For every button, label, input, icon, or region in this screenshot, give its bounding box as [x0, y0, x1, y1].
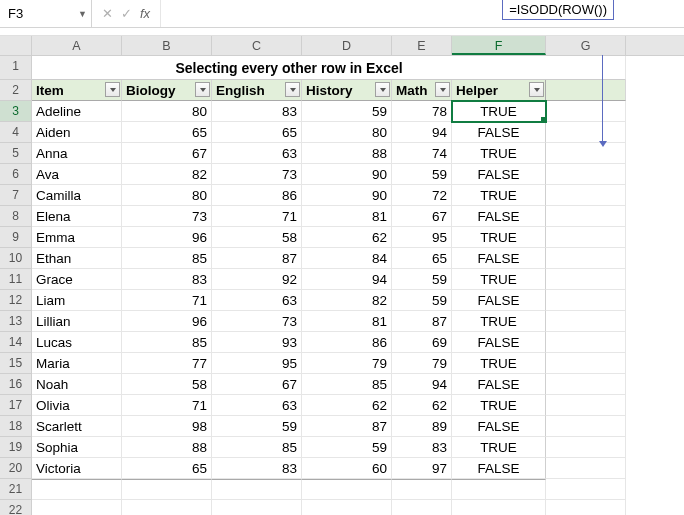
cell-G7[interactable] [546, 185, 626, 206]
cell-A22[interactable] [32, 500, 122, 515]
cell-G16[interactable] [546, 374, 626, 395]
cell-helper[interactable]: TRUE [452, 353, 546, 374]
cell-E21[interactable] [392, 479, 452, 500]
cell-G1[interactable] [546, 56, 626, 80]
row-header-19[interactable]: 19 [0, 437, 32, 458]
cell-biology[interactable]: 88 [122, 437, 212, 458]
cell-G4[interactable] [546, 122, 626, 143]
cell-biology[interactable]: 80 [122, 185, 212, 206]
header-english[interactable]: English [212, 80, 302, 101]
cell-C1[interactable] [212, 56, 302, 80]
cell-G20[interactable] [546, 458, 626, 479]
cell-A1[interactable] [32, 56, 122, 80]
cell-history[interactable]: 90 [302, 185, 392, 206]
cell-math[interactable]: 67 [392, 206, 452, 227]
row-header-11[interactable]: 11 [0, 269, 32, 290]
col-header-A[interactable]: A [32, 36, 122, 55]
cell-item[interactable]: Scarlett [32, 416, 122, 437]
cell-G15[interactable] [546, 353, 626, 374]
row-header-7[interactable]: 7 [0, 185, 32, 206]
col-header-B[interactable]: B [122, 36, 212, 55]
cell-history[interactable]: 84 [302, 248, 392, 269]
cell-helper[interactable]: TRUE [452, 395, 546, 416]
cell-biology[interactable]: 65 [122, 458, 212, 479]
row-header-16[interactable]: 16 [0, 374, 32, 395]
cell-math[interactable]: 94 [392, 374, 452, 395]
cell-F22[interactable] [452, 500, 546, 515]
cell-G19[interactable] [546, 437, 626, 458]
cell-A21[interactable] [32, 479, 122, 500]
cell-item[interactable]: Victoria [32, 458, 122, 479]
cell-D21[interactable] [302, 479, 392, 500]
cell-biology[interactable]: 71 [122, 290, 212, 311]
cell-english[interactable]: 65 [212, 122, 302, 143]
cell-helper[interactable]: FALSE [452, 248, 546, 269]
cell-history[interactable]: 90 [302, 164, 392, 185]
cell-english[interactable]: 67 [212, 374, 302, 395]
cell-history[interactable]: 85 [302, 374, 392, 395]
cell-history[interactable]: 87 [302, 416, 392, 437]
row-header-20[interactable]: 20 [0, 458, 32, 479]
cell-item[interactable]: Ethan [32, 248, 122, 269]
cell-history[interactable]: 86 [302, 332, 392, 353]
cell-history[interactable]: 59 [302, 101, 392, 122]
cell-english[interactable]: 85 [212, 437, 302, 458]
cell-english[interactable]: 58 [212, 227, 302, 248]
row-header-13[interactable]: 13 [0, 311, 32, 332]
cell-helper[interactable]: FALSE [452, 374, 546, 395]
cell-G10[interactable] [546, 248, 626, 269]
col-header-G[interactable]: G [546, 36, 626, 55]
cell-history[interactable]: 82 [302, 290, 392, 311]
cell-helper[interactable]: TRUE [452, 311, 546, 332]
cell-helper[interactable]: FALSE [452, 164, 546, 185]
cell-F21[interactable] [452, 479, 546, 500]
cell-D22[interactable] [302, 500, 392, 515]
cell-math[interactable]: 59 [392, 269, 452, 290]
cell-math[interactable]: 69 [392, 332, 452, 353]
cell-history[interactable]: 80 [302, 122, 392, 143]
cell-helper[interactable]: FALSE [452, 206, 546, 227]
cell-item[interactable]: Noah [32, 374, 122, 395]
cell-biology[interactable]: 65 [122, 122, 212, 143]
cell-biology[interactable]: 73 [122, 206, 212, 227]
cell-item[interactable]: Liam [32, 290, 122, 311]
col-header-E[interactable]: E [392, 36, 452, 55]
cell-G12[interactable] [546, 290, 626, 311]
cell-math[interactable]: 95 [392, 227, 452, 248]
row-header-21[interactable]: 21 [0, 479, 32, 500]
cell-item[interactable]: Anna [32, 143, 122, 164]
select-all-corner[interactable] [0, 36, 32, 55]
cell-math[interactable]: 94 [392, 122, 452, 143]
cell-biology[interactable]: 98 [122, 416, 212, 437]
cell-biology[interactable]: 58 [122, 374, 212, 395]
cell-item[interactable]: Adeline [32, 101, 122, 122]
cell-english[interactable]: 63 [212, 290, 302, 311]
cell-history[interactable]: 94 [302, 269, 392, 290]
cell-history[interactable]: 59 [302, 437, 392, 458]
row-header-6[interactable]: 6 [0, 164, 32, 185]
header-item[interactable]: Item [32, 80, 122, 101]
header-biology[interactable]: Biology [122, 80, 212, 101]
cell-english[interactable]: 87 [212, 248, 302, 269]
cell-history[interactable]: 79 [302, 353, 392, 374]
header-history[interactable]: History [302, 80, 392, 101]
name-box[interactable]: F3 ▼ [0, 0, 92, 27]
filter-dropdown-icon[interactable] [375, 82, 390, 97]
cell-G14[interactable] [546, 332, 626, 353]
cell-history[interactable]: 62 [302, 395, 392, 416]
row-header-5[interactable]: 5 [0, 143, 32, 164]
cell-math[interactable]: 74 [392, 143, 452, 164]
cell-item[interactable]: Sophia [32, 437, 122, 458]
cell-G21[interactable] [546, 479, 626, 500]
cell-helper[interactable]: TRUE [452, 437, 546, 458]
cell-math[interactable]: 78 [392, 101, 452, 122]
cell-F1[interactable] [452, 56, 546, 80]
row-header-17[interactable]: 17 [0, 395, 32, 416]
cell-E1[interactable] [392, 56, 452, 80]
row-header-8[interactable]: 8 [0, 206, 32, 227]
row-header-14[interactable]: 14 [0, 332, 32, 353]
cell-item[interactable]: Ava [32, 164, 122, 185]
cell-G3[interactable] [546, 101, 626, 122]
cell-G5[interactable] [546, 143, 626, 164]
cell-english[interactable]: 71 [212, 206, 302, 227]
